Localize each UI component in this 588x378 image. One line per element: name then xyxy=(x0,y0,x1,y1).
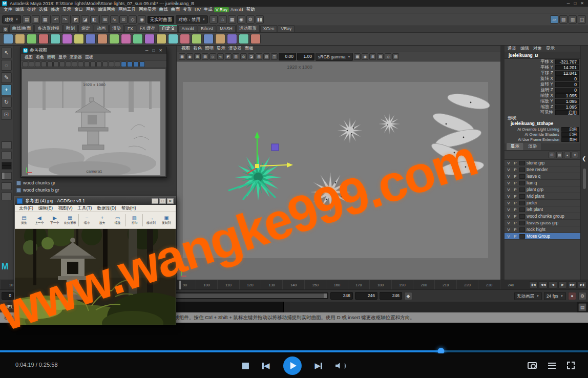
shelf-button[interactable] xyxy=(192,34,202,44)
menu-item[interactable]: 文件(F) xyxy=(17,205,35,212)
window-button[interactable]: ✕ xyxy=(159,48,162,53)
rotate-tool-icon[interactable]: ↻ xyxy=(1,97,12,108)
channel-value-field[interactable]: 0 xyxy=(555,88,579,93)
save-scene-icon[interactable]: ▦ xyxy=(41,15,49,24)
paint-select-tool-icon[interactable]: ✎ xyxy=(1,72,12,83)
viewport-toolbar-icon[interactable]: ▦ xyxy=(179,53,185,60)
channel-value-field[interactable]: 启用 xyxy=(561,132,579,137)
select-component-icon[interactable]: ◧ xyxy=(90,15,98,24)
scrollbar-thumb[interactable] xyxy=(583,169,586,189)
menu-item[interactable]: 生成 xyxy=(202,7,214,13)
viewport-toolbar-icon[interactable]: ▤ xyxy=(202,53,208,60)
pause-icon[interactable]: ▮▮ xyxy=(256,15,264,24)
shelf-tab[interactable]: 自定义 xyxy=(159,25,178,32)
shelf-button[interactable] xyxy=(250,34,261,44)
panel-toolbar-icon[interactable] xyxy=(41,61,47,67)
acdsee-window[interactable]: 参考图 (4).jpg - ACDSee v3.1 ─□✕ 文件(F)编辑(E)… xyxy=(14,196,176,325)
previous-button[interactable]: ◀ xyxy=(262,361,270,370)
outliner-item[interactable]: wood chunks gr xyxy=(16,180,55,185)
snap-plane-icon[interactable]: ◇ xyxy=(129,15,137,24)
viewport-toolbar-icon[interactable]: ◇ xyxy=(209,53,216,60)
leave q[interactable]: V P leave q xyxy=(505,173,580,180)
window-button[interactable]: ─ xyxy=(567,1,570,6)
menu-item[interactable]: 网格 xyxy=(85,7,96,13)
layer-swatch[interactable] xyxy=(519,167,525,172)
channel-value-field[interactable]: 14.201 xyxy=(555,65,579,70)
channel-value-field[interactable]: 0 xyxy=(555,76,579,81)
play-forward-button[interactable]: ▶ xyxy=(558,281,567,288)
acdsee-toolbar-button[interactable]: ▣ 复制到 xyxy=(159,213,174,227)
layer-visibility-toggle[interactable]: V xyxy=(506,167,511,172)
view-transform-dropdown[interactable]: sRGB gamma▼ xyxy=(316,53,353,61)
reference-view-canvas[interactable]: 1920 x 1080 camera1 xyxy=(22,69,165,176)
menu-item[interactable]: 帮助(H) xyxy=(119,205,138,212)
menu-item[interactable]: UV xyxy=(193,7,202,12)
shelf-tab[interactable]: XGen xyxy=(260,25,278,32)
panel-toolbar-icon[interactable] xyxy=(66,61,71,67)
viewport-toolbar-icon[interactable]: ◪ xyxy=(248,53,255,60)
acdsee-toolbar-button[interactable]: → 移动到 xyxy=(144,213,158,227)
layer-visibility-toggle[interactable]: V xyxy=(506,207,511,212)
viewport-toolbar-icon[interactable]: ▨ xyxy=(263,53,270,60)
panel-toolbar-icon[interactable] xyxy=(127,61,133,67)
play-button[interactable] xyxy=(283,356,302,375)
shelf-tab[interactable]: VRay xyxy=(278,25,295,32)
juelei[interactable]: V P juelei xyxy=(505,200,580,206)
select-object-icon[interactable]: ◪ xyxy=(81,15,89,24)
move-layer-down-icon[interactable]: ▾ xyxy=(572,152,578,158)
panel-menu-item[interactable]: 显示 xyxy=(57,54,68,60)
viewport-toolbar-icon[interactable]: ▧ xyxy=(256,53,262,60)
layer-swatch[interactable] xyxy=(519,227,525,232)
acdsee-photo-view[interactable] xyxy=(15,229,176,325)
bookmark-icon[interactable]: ◆ xyxy=(404,292,412,300)
layout-two-pane-button[interactable] xyxy=(2,152,12,159)
layer-swatch[interactable] xyxy=(519,221,525,225)
channel-box-menu-item[interactable]: 编辑 xyxy=(520,46,529,52)
shelf-button[interactable] xyxy=(121,34,131,44)
layer-swatch[interactable] xyxy=(519,234,525,239)
progress-bar[interactable] xyxy=(0,350,588,352)
new-scene-icon[interactable]: ▤ xyxy=(23,15,31,24)
menu-item[interactable]: 视图(V) xyxy=(56,205,74,212)
menuset-dropdown[interactable]: 建模▼ xyxy=(2,15,21,24)
menu-item[interactable]: 编辑网格 xyxy=(96,7,117,13)
shelf-tab[interactable]: 渲染 xyxy=(109,25,124,32)
shelf-button[interactable] xyxy=(3,34,13,44)
shelf-tab[interactable]: 雕刻 xyxy=(63,25,78,32)
render-settings-icon[interactable]: ⚙ xyxy=(246,15,255,24)
lasso-tool-icon[interactable]: ◌ xyxy=(1,60,12,71)
panel-menu-item[interactable]: 渲染器 xyxy=(68,54,83,60)
viewport-toolbar-icon[interactable]: ▦ xyxy=(354,53,361,60)
range-start-field[interactable]: 0 xyxy=(2,292,14,300)
shelf-tab[interactable]: Arnold xyxy=(178,25,197,32)
shelf-button[interactable] xyxy=(74,34,84,44)
window-button[interactable]: □ xyxy=(152,48,155,53)
playlist-icon[interactable] xyxy=(548,362,556,369)
viewport-toolbar-icon[interactable]: ⊞ xyxy=(194,53,201,60)
shelf-tab[interactable]: 运动图形 xyxy=(236,25,260,32)
panel-toolbar-icon[interactable] xyxy=(47,61,53,67)
layer-swatch[interactable] xyxy=(519,187,525,192)
channel-value-field[interactable]: -321.707 xyxy=(555,59,579,65)
wood chunks group[interactable]: V P wood chunks group xyxy=(505,213,580,220)
menu-item[interactable]: 帮助 xyxy=(245,7,257,13)
layout-single-pane-button[interactable] xyxy=(2,141,12,149)
shelf-tab[interactable]: Bifrost xyxy=(198,25,216,32)
acdsee-toolbar-button[interactable]: ▤ 浏览 xyxy=(17,213,31,227)
viewport-toolbar-icon[interactable]: ◩ xyxy=(225,53,232,60)
shelf-button[interactable] xyxy=(203,34,214,44)
viewport-toolbar-icon[interactable]: ◉ xyxy=(362,53,368,60)
viewport-toolbar-icon[interactable]: ⊙ xyxy=(240,53,247,60)
viewport-toolbar-icon[interactable]: ⊞ xyxy=(369,53,376,60)
new-layer-from-selected-icon[interactable]: ▤ xyxy=(556,152,563,158)
layer-playback-toggle[interactable]: P xyxy=(513,214,518,219)
fullscreen-icon[interactable] xyxy=(567,362,575,369)
layer-playback-toggle[interactable]: P xyxy=(513,221,518,225)
move-tool-icon[interactable]: + xyxy=(1,85,12,95)
shape-node-name[interactable]: jueleikuang_BShape xyxy=(505,121,580,127)
layer-playback-toggle[interactable]: P xyxy=(513,194,518,199)
lian q[interactable]: V P lian q xyxy=(505,180,580,186)
menu-item[interactable]: 文件 xyxy=(2,7,14,13)
select-tool-icon[interactable]: ↖ xyxy=(1,48,12,58)
layer-editor-tab[interactable]: 显示 xyxy=(507,143,523,150)
